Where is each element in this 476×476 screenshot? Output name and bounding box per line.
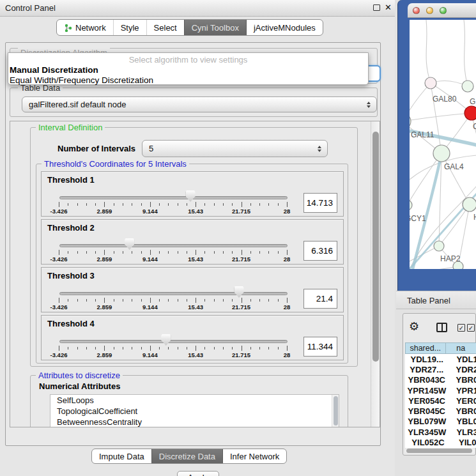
network-node[interactable]	[433, 145, 450, 162]
column-header[interactable]: shared...	[405, 342, 446, 354]
slider-tick-labels: -3.4262.8599.14415.4321.71528	[59, 256, 287, 263]
close-icon[interactable]: ✕	[385, 3, 392, 12]
slider-thumb[interactable]	[161, 334, 171, 346]
scrollbar-thumb[interactable]	[334, 396, 338, 426]
table-cell: YBR045C	[405, 406, 448, 416]
network-node[interactable]	[425, 77, 436, 89]
num-intervals-value: 5	[149, 144, 153, 153]
threshold-value-field[interactable]: 21.4	[303, 289, 337, 309]
zoom-light-icon[interactable]	[440, 7, 447, 14]
table-cell: YIL0	[451, 437, 476, 447]
group-title: Interval Definition	[36, 123, 105, 132]
horizontal-scrollbar[interactable]	[405, 448, 475, 454]
table-panel-titlebar: Table Panel	[396, 291, 476, 309]
gear-icon[interactable]: ⚙	[409, 321, 419, 332]
scrollbar-thumb[interactable]	[406, 449, 472, 453]
table-row[interactable]: YDR27...YDR2	[405, 364, 476, 374]
control-panel: Control Panel ✕ NetworkStyleSelectCyni T…	[0, 0, 395, 476]
tab-impute-data[interactable]: Impute Data	[92, 449, 151, 463]
cyni-toolbox-panel: Discretization Algorithm Table Data galF…	[5, 42, 381, 446]
table-cell: YBL079W	[405, 417, 449, 427]
node-label: C	[473, 122, 476, 131]
node-label: HAP2	[440, 254, 461, 263]
attributes-list[interactable]: SelfLoopsTopologicalCoefficientBetweenne…	[50, 394, 339, 427]
threshold-slider[interactable]: -3.4262.8599.14415.4321.71528	[42, 268, 297, 313]
attribute-item[interactable]: BetweennessCentrality	[50, 417, 339, 427]
network-node[interactable]	[462, 81, 473, 92]
group-title: Attributes to discretize	[36, 371, 123, 380]
algorithm-option[interactable]: Manual Discretization	[10, 65, 367, 75]
float-window-icon[interactable]	[373, 4, 380, 11]
table-row[interactable]: YBR043CYBR0	[405, 375, 476, 385]
network-node[interactable]	[464, 106, 476, 120]
table-cell: YBL0	[449, 417, 476, 427]
table-row[interactable]: YER054CYER0	[405, 395, 476, 406]
threshold-slider[interactable]: -3.4262.8599.14415.4321.71528	[42, 172, 297, 217]
table-row[interactable]: YBR045CYBR0	[405, 406, 476, 416]
tab-label: Infer Network	[230, 452, 279, 461]
minimize-light-icon[interactable]	[426, 7, 433, 14]
table-cell: YPR145W	[405, 385, 449, 395]
tab-label: Cyni Toolbox	[192, 23, 239, 33]
node-label: GCY1	[410, 214, 426, 223]
table-row[interactable]: YPR145WYPR1	[405, 385, 476, 395]
node-table: shared...na YDL19...YDL1YDR27...YDR2YBR0…	[405, 342, 476, 448]
split-columns-icon[interactable]	[436, 323, 447, 332]
tab-label: Discretize Data	[159, 452, 215, 461]
checkbox-checked-icon[interactable]: ✓	[467, 324, 475, 332]
attributes-group: Attributes to discretize Numerical Attri…	[30, 375, 348, 427]
column-header[interactable]: na	[446, 342, 476, 354]
table-data-combobox[interactable]: galFiltered.sif default node	[22, 96, 377, 112]
attributes-scrollbar[interactable]	[332, 395, 339, 427]
algorithm-option[interactable]: Equal Width/Frequency Discretization	[10, 75, 367, 85]
attribute-item[interactable]: TopologicalCoefficient	[50, 406, 339, 417]
table-cell: YLR345W	[405, 427, 449, 437]
tab-label: Style	[121, 23, 139, 33]
tab-cyni-toolbox[interactable]: Cyni Toolbox	[184, 20, 246, 35]
slider-thumb[interactable]	[234, 286, 244, 298]
scrollbar-thumb[interactable]	[372, 132, 379, 362]
table-row[interactable]: YDL19...YDL1	[405, 354, 476, 364]
network-node[interactable]	[434, 241, 444, 251]
slider-thumb[interactable]	[186, 190, 196, 202]
slider-tick-labels: -3.4262.8599.14415.4321.71528	[59, 351, 287, 358]
table-row[interactable]: YLR345WYLR3	[405, 427, 476, 437]
close-light-icon[interactable]	[413, 7, 420, 14]
algorithm-dropdown-popup: Select algorithm to view settings Manual…	[8, 52, 369, 85]
threshold-panel: Threshold 3-3.4262.8599.14415.4321.71528…	[41, 267, 344, 312]
tab-network[interactable]: Network	[57, 20, 113, 35]
spinner-arrows-icon	[318, 146, 321, 152]
network-canvas[interactable]: GAL80GCGAL11GAL4GCY1HHAP2	[410, 20, 476, 269]
attribute-item[interactable]: SelfLoops	[50, 395, 339, 406]
tab-label: Network	[75, 23, 106, 33]
checkbox-checked-icon[interactable]: ✓	[457, 324, 465, 332]
slider-track	[59, 292, 288, 295]
slider-thumb[interactable]	[125, 238, 134, 250]
tab-style[interactable]: Style	[113, 20, 146, 35]
table-cell: YBR0	[448, 406, 476, 416]
tab-infer-network[interactable]: Infer Network	[222, 449, 286, 463]
threshold-value-field[interactable]: 14.713	[303, 193, 337, 213]
table-cell: YIL052C	[405, 437, 451, 447]
vertical-scrollbar[interactable]	[371, 121, 380, 427]
thresholds-group: Threshold's Coordinates for 5 Intervals …	[36, 164, 348, 364]
panel-title: Control Panel	[5, 3, 56, 13]
num-intervals-combobox[interactable]: 5	[142, 140, 328, 157]
table-row[interactable]: YBL079WYBL0	[405, 417, 476, 427]
threshold-slider[interactable]: -3.4262.8599.14415.4321.71528	[42, 220, 297, 265]
node-label: GAL80	[433, 95, 457, 104]
threshold-value-field[interactable]: 11.344	[303, 337, 337, 357]
tab-jactivemnodules[interactable]: jActiveMNodules	[246, 20, 323, 35]
table-cell: YLR3	[449, 427, 476, 437]
network-node[interactable]	[463, 197, 476, 211]
tab-label: Select	[154, 23, 177, 33]
threshold-slider[interactable]: -3.4262.8599.14415.4321.71528	[42, 316, 297, 361]
tab-select[interactable]: Select	[146, 20, 184, 35]
interval-definition-group: Interval Definition Number of Intervals …	[30, 127, 358, 367]
network-node[interactable]	[410, 200, 412, 210]
table-row[interactable]: YIL052CYIL0	[405, 437, 476, 447]
tab-discretize-data[interactable]: Discretize Data	[151, 449, 222, 463]
threshold-value-field[interactable]: 6.316	[303, 241, 337, 261]
slider-track	[59, 244, 288, 247]
apply-button[interactable]: Apply	[177, 471, 219, 476]
